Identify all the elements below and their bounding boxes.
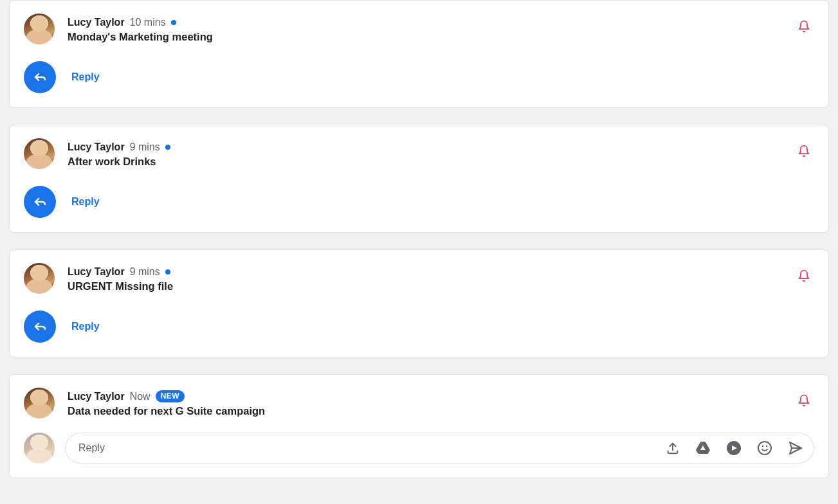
unread-dot-icon — [171, 20, 176, 25]
timestamp: 9 mins — [130, 141, 160, 153]
timestamp: 9 mins — [130, 266, 160, 278]
compose-row — [24, 433, 814, 464]
drive-icon[interactable] — [695, 441, 711, 455]
follow-bell-button[interactable] — [795, 267, 813, 285]
timestamp: 10 mins — [130, 16, 166, 28]
svg-point-4 — [762, 446, 763, 447]
reply-link[interactable]: Reply — [71, 71, 100, 83]
bell-icon — [797, 20, 810, 33]
sender-avatar[interactable] — [24, 138, 55, 169]
sender-name: Lucy Taylor — [68, 390, 125, 402]
reply-link[interactable]: Reply — [71, 196, 100, 208]
message-subject: URGENT Missing file — [68, 280, 814, 292]
reply-input[interactable] — [78, 442, 666, 454]
unread-dot-icon — [165, 269, 170, 274]
message-card[interactable]: Lucy Taylor 9 mins After work Drinks Rep… — [9, 125, 829, 233]
message-feed: Lucy Taylor 10 mins Monday's Marketing m… — [0, 0, 838, 487]
compose-bar[interactable] — [65, 433, 814, 464]
timestamp: Now — [130, 390, 150, 402]
message-subject: Monday's Marketing meeting — [68, 31, 814, 43]
emoji-icon[interactable] — [757, 440, 772, 456]
message-header: Lucy Taylor 10 mins Monday's Marketing m… — [24, 14, 814, 44]
bell-icon — [797, 394, 810, 407]
send-icon[interactable] — [788, 440, 803, 456]
message-header: Lucy Taylor 9 mins URGENT Missing file — [24, 263, 814, 294]
svg-point-3 — [758, 442, 771, 455]
message-subject: After work Drinks — [68, 156, 814, 168]
reply-button[interactable] — [24, 61, 56, 93]
reply-arrow-icon — [32, 69, 48, 85]
message-header: Lucy Taylor 9 mins After work Drinks — [24, 138, 814, 169]
message-header: Lucy Taylor Now NEW Data needed for next… — [24, 388, 814, 419]
follow-bell-button[interactable] — [795, 142, 813, 160]
new-badge: NEW — [156, 390, 185, 402]
message-subject: Data needed for next G Suite campaign — [68, 405, 814, 417]
action-row: Reply — [24, 61, 814, 93]
sender-name: Lucy Taylor — [68, 266, 125, 278]
sender-avatar[interactable] — [24, 14, 55, 44]
sender-name: Lucy Taylor — [68, 141, 125, 153]
action-row: Reply — [24, 310, 814, 343]
message-card[interactable]: Lucy Taylor 10 mins Monday's Marketing m… — [9, 0, 829, 108]
reply-button[interactable] — [24, 310, 56, 343]
reply-arrow-icon — [32, 319, 48, 334]
message-card[interactable]: Lucy Taylor Now NEW Data needed for next… — [9, 374, 829, 478]
follow-bell-button[interactable] — [795, 392, 813, 410]
video-icon[interactable] — [726, 440, 742, 456]
unread-dot-icon — [165, 145, 170, 150]
sender-name: Lucy Taylor — [68, 16, 125, 28]
bell-icon — [797, 145, 810, 158]
self-avatar[interactable] — [24, 433, 55, 464]
action-row: Reply — [24, 186, 814, 218]
reply-link[interactable]: Reply — [71, 321, 100, 332]
sender-avatar[interactable] — [24, 263, 55, 294]
bell-icon — [797, 269, 810, 282]
upload-icon[interactable] — [666, 441, 680, 455]
message-card[interactable]: Lucy Taylor 9 mins URGENT Missing file R… — [9, 249, 829, 357]
svg-point-5 — [766, 446, 767, 447]
sender-avatar[interactable] — [24, 388, 55, 419]
follow-bell-button[interactable] — [795, 17, 813, 35]
reply-arrow-icon — [32, 194, 48, 210]
reply-button[interactable] — [24, 186, 56, 218]
